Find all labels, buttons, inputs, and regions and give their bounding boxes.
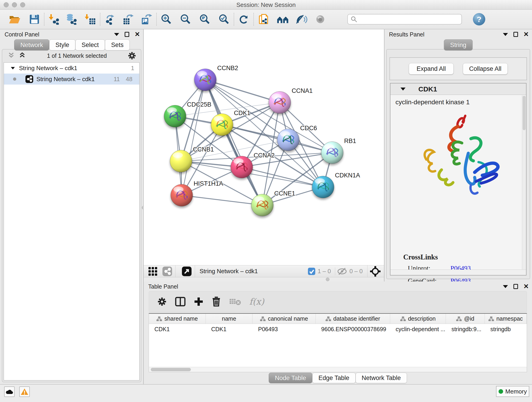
grid-view-icon[interactable]: [148, 267, 157, 276]
column-header-canonical-name[interactable]: canonical name: [253, 314, 316, 324]
eye-icon[interactable]: [314, 13, 326, 25]
memory-button[interactable]: Memory: [496, 386, 529, 397]
search-input[interactable]: [347, 14, 462, 25]
float-panel-icon[interactable]: [513, 284, 518, 289]
warning-button[interactable]: [19, 386, 30, 397]
node-table: shared namenamecanonical namedatabase id…: [149, 313, 527, 372]
tab-select[interactable]: Select: [75, 39, 105, 51]
add-column-icon[interactable]: [194, 297, 203, 306]
network-node-HIST1H1A[interactable]: HIST1H1A: [171, 180, 223, 206]
network-options-gear-icon[interactable]: [128, 51, 136, 60]
export-image-icon[interactable]: [141, 13, 152, 25]
table-cell: CDK1: [206, 324, 253, 334]
apply-function-icon[interactable]: f(x): [249, 297, 264, 307]
zoom-selected-icon[interactable]: [218, 13, 230, 25]
entry-header[interactable]: CDK1: [390, 83, 526, 95]
column-header-label: @id: [464, 315, 474, 322]
network-edge-CCNB2-CCNA1[interactable]: [205, 80, 280, 102]
collapse-all-icon[interactable]: [7, 52, 15, 59]
import-network-from-database-icon[interactable]: [65, 13, 77, 25]
expand-all-icon[interactable]: [18, 52, 26, 59]
column-header-label: name: [222, 315, 236, 322]
tab-network[interactable]: Network: [14, 39, 49, 51]
refresh-icon[interactable]: [238, 13, 250, 25]
show-all-views-icon[interactable]: [277, 13, 289, 25]
tree-expand-icon[interactable]: [11, 67, 15, 69]
network-node-CCNA1[interactable]: CCNA1: [269, 87, 313, 114]
node-label-RB1: RB1: [344, 138, 356, 144]
column-header-shared-name[interactable]: shared name: [149, 314, 206, 324]
share-view-icon[interactable]: [162, 267, 172, 276]
network-collection-row[interactable]: String Network – cdk1 1: [4, 63, 139, 74]
tab-style[interactable]: Style: [49, 39, 75, 51]
search-field[interactable]: [357, 15, 462, 24]
collapse-all-button[interactable]: Collapse All: [463, 63, 508, 75]
tab-node-table[interactable]: Node Table: [269, 373, 312, 383]
table-horizontal-scrollbar[interactable]: [149, 367, 527, 372]
search-icon: [351, 16, 357, 23]
show-columns-icon[interactable]: [175, 297, 186, 306]
main-toolbar: ?: [0, 10, 532, 29]
collection-count: 1: [131, 65, 134, 72]
network-node-CDKN1A[interactable]: CDKN1A: [312, 172, 360, 198]
network-node-RB1[interactable]: RB1: [321, 138, 356, 164]
network-edge-HIST1H1A-CCNE1[interactable]: [182, 195, 262, 205]
network-node-CCNE1[interactable]: CCNE1: [251, 190, 295, 216]
column-header--id[interactable]: @id: [446, 314, 485, 324]
birdseye-view-icon[interactable]: [182, 267, 191, 276]
help-button[interactable]: ?: [473, 13, 485, 26]
export-network-icon[interactable]: [104, 13, 116, 25]
crosshair-icon[interactable]: [370, 266, 381, 277]
column-header-description[interactable]: description: [390, 314, 446, 324]
delete-column-icon[interactable]: [212, 297, 221, 307]
collapse-panel-icon[interactable]: [503, 285, 508, 288]
horizontal-scrollbar[interactable]: [390, 269, 526, 275]
selected-checkbox[interactable]: [308, 268, 315, 275]
column-header-name[interactable]: name: [206, 314, 253, 324]
cloud-icon: [6, 389, 13, 395]
save-session-icon[interactable]: [28, 13, 40, 25]
horizontal-splitter[interactable]: [144, 277, 384, 281]
cloud-button[interactable]: [4, 386, 15, 397]
network-node-CCNB1[interactable]: CCNB1: [170, 146, 214, 172]
zoom-fit-icon[interactable]: [199, 13, 211, 25]
entry-collapse-icon[interactable]: [400, 88, 405, 90]
column-header-namespac[interactable]: namespac: [485, 314, 527, 324]
results-panel-title: Results Panel: [389, 31, 424, 38]
network-row[interactable]: String Network – cdk1 11 48: [4, 74, 139, 85]
close-panel-icon[interactable]: ✕: [135, 31, 140, 38]
zoom-out-icon[interactable]: [180, 13, 191, 25]
collapse-panel-icon[interactable]: [503, 33, 508, 36]
close-panel-icon[interactable]: ✕: [524, 31, 529, 38]
tab-network-table[interactable]: Network Table: [355, 373, 407, 383]
hide-graphics-details-icon[interactable]: [296, 13, 307, 25]
open-session-icon[interactable]: [9, 13, 21, 25]
clone-network-icon[interactable]: [258, 13, 269, 25]
close-panel-icon[interactable]: ✕: [524, 283, 529, 290]
vertical-scrollbar[interactable]: [522, 95, 526, 269]
import-network-icon[interactable]: [48, 13, 60, 25]
table-settings-gear-icon[interactable]: [157, 297, 167, 306]
collapse-panel-icon[interactable]: [114, 33, 119, 36]
float-panel-icon[interactable]: [125, 32, 129, 37]
network-edge-CCNB2-HIST1H1A[interactable]: [182, 80, 205, 195]
expand-all-button[interactable]: Expand All: [409, 63, 454, 75]
node-label-CCNA1: CCNA1: [292, 87, 313, 94]
table-row[interactable]: CDK1CDK1P064939606.ENSP00000378699cyclin…: [149, 324, 527, 334]
tab-sets[interactable]: Sets: [105, 39, 130, 51]
export-table-icon[interactable]: [122, 13, 134, 25]
network-node-CDC25B[interactable]: CDC25B: [164, 101, 211, 127]
network-selection-status: 1 of 1 Network selected: [26, 52, 128, 59]
network-node-CCNB2[interactable]: CCNB2: [194, 65, 238, 91]
tab-string[interactable]: String: [444, 39, 473, 51]
selected-counts: 1 – 0: [317, 268, 331, 275]
splitter-handle[interactable]: [326, 278, 329, 281]
delete-table-icon[interactable]: [229, 298, 241, 306]
hidden-eye-icon[interactable]: [337, 267, 347, 275]
zoom-in-icon[interactable]: [160, 13, 172, 25]
float-panel-icon[interactable]: [513, 32, 518, 37]
column-header-database-identifier[interactable]: database identifier: [316, 314, 390, 324]
tab-edge-table[interactable]: Edge Table: [312, 373, 355, 383]
import-table-icon[interactable]: [84, 13, 96, 25]
network-canvas[interactable]: CCNB2CCNA1CDC25BCDK1CDC6RB1CCNB1CCNA2CDK…: [144, 29, 384, 265]
